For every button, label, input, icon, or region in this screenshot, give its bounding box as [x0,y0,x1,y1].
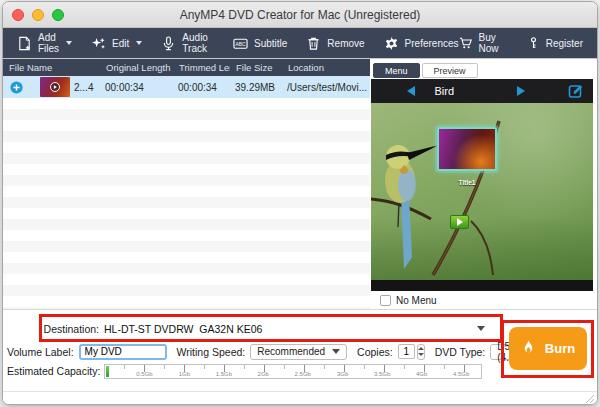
microphone-icon [161,36,176,51]
writing-speed-select[interactable]: Recommended [250,344,347,360]
video-thumbnail [40,77,70,97]
preview-panel: Menu Preview Bird [370,59,597,309]
capacity-tick: 0.5Gb [136,371,152,377]
preview-tabs: Menu Preview [370,59,597,79]
copies-input[interactable] [398,344,415,359]
edit-menu-button[interactable] [568,83,584,103]
burn-button[interactable]: Burn [509,327,587,370]
copies-label: Copies: [357,346,393,358]
menu-template-bar: Bird [371,79,593,103]
dvd-type-label: DVD Type: [435,346,486,358]
capacity-tick: 3.5Gb [374,371,390,377]
main-content: File Name Original Length Trimmed Length… [3,58,597,309]
capacity-tick: 2.5Gb [295,371,311,377]
app-window: AnyMP4 DVD Creator for Mac (Unregistered… [2,1,598,405]
magic-wand-icon [91,36,106,51]
buy-now-button[interactable]: Buy Now [459,32,507,54]
toolbar-item-label: Audio Track [182,32,214,54]
empty-file-rows [3,98,370,309]
toolbar-item-label: Add Files [38,32,59,54]
estimated-capacity-label: Estimated Capacity: [7,365,99,377]
add-title-icon[interactable] [10,81,23,94]
zoom-button[interactable] [52,9,64,21]
location-cell: /Users/test/Movi... [282,82,370,93]
flame-icon [521,339,536,358]
preview-bottom-bar [371,280,593,291]
tab-menu[interactable]: Menu [373,63,420,78]
toolbar-right-group: Buy Now Register [459,32,583,54]
add-files-button[interactable]: Add Files [17,32,72,54]
capacity-tick: 3Gb [337,371,348,377]
menu-template-title: Bird [371,79,518,103]
toolbar-left-group: Add Files Edit Audio Track ABC Subtitle … [17,32,459,54]
column-header-file-name: File Name [3,62,100,73]
audio-track-button[interactable]: Audio Track [161,32,214,54]
capacity-tick: 2Gb [258,371,269,377]
toolbar-item-label: Edit [112,38,129,49]
window-title: AnyMP4 DVD Creator for Mac (Unregistered… [3,2,597,27]
remove-button[interactable]: Remove [306,36,364,51]
cart-icon [459,36,473,50]
minimize-button[interactable] [32,9,44,21]
column-header-trimmed-length: Trimmed Length [173,62,230,73]
play-button[interactable] [450,215,469,229]
traffic-lights [12,9,64,21]
file-name-cell: 2...4 [3,77,100,97]
file-list: File Name Original Length Trimmed Length… [3,59,370,309]
toolbar: Add Files Edit Audio Track ABC Subtitle … [3,28,597,58]
resize-grip[interactable] [584,393,594,403]
file-name: 2...4 [74,82,93,93]
next-template-arrow-icon[interactable] [517,86,525,96]
menu-background-image: Title1 [371,103,593,280]
writing-speed-value: Recommended [257,346,325,357]
no-menu-checkbox[interactable] [380,295,391,306]
trash-icon [306,36,321,51]
column-header-original-length: Original Length [100,62,173,73]
writing-speed-label: Writing Speed: [177,346,246,358]
stepper-up-icon [418,347,424,350]
title-thumbnail-label: Title1 [431,179,503,186]
close-button[interactable] [12,9,24,21]
bird-art [371,129,441,274]
stepper-down-icon [418,353,424,356]
burn-settings-panel: Destination: HL-DT-ST DVDRW GA32N KE06 V… [3,309,597,405]
no-menu-label: No Menu [396,295,437,306]
add-files-icon [17,36,32,51]
capacity-tick: 1.5Gb [216,371,232,377]
title-bar: AnyMP4 DVD Creator for Mac (Unregistered… [3,2,597,28]
svg-text:ABC: ABC [235,41,245,46]
title-thumbnail[interactable] [437,127,497,171]
volume-label-input[interactable] [79,344,167,360]
file-size-cell: 39.29MB [230,82,282,93]
status-bar [3,391,597,405]
column-header-file-size: File Size [230,62,282,73]
register-button[interactable]: Register [527,36,583,50]
edit-button[interactable]: Edit [91,36,142,51]
menu-preview: Bird [371,79,593,291]
burn-button-label: Burn [545,341,575,356]
toolbar-item-label: Remove [327,38,364,49]
annotation-destination [39,314,503,342]
trimmed-length-cell: 00:00:34 [173,82,230,93]
table-row[interactable]: 2...4 00:00:34 00:00:34 39.29MB /Users/t… [3,76,370,98]
chevron-down-icon [66,41,72,45]
gear-icon [384,36,399,51]
capacity-ruler: 0.5Gb 1Gb 1.5Gb 2Gb 2.5Gb 3Gb 3.5Gb 4Gb … [104,364,482,379]
subtitle-icon: ABC [233,36,248,51]
tab-preview[interactable]: Preview [422,63,478,78]
toolbar-item-label: Preferences [405,38,459,49]
toolbar-item-label: Register [546,38,583,49]
toolbar-item-label: Subtitle [254,38,287,49]
preferences-button[interactable]: Preferences [384,36,459,51]
capacity-tick: 4Gb [416,371,427,377]
subtitle-button[interactable]: ABC Subtitle [233,36,287,51]
previous-template-arrow-icon[interactable] [407,86,415,96]
file-list-header: File Name Original Length Trimmed Length… [3,59,370,76]
column-header-location: Location [282,62,370,73]
dropdown-caret-icon [332,349,340,354]
chevron-down-icon [136,41,142,45]
copies-stepper[interactable] [417,344,425,360]
original-length-cell: 00:00:34 [100,82,173,93]
volume-label-label: Volume Label: [7,346,74,358]
play-icon [457,218,463,226]
